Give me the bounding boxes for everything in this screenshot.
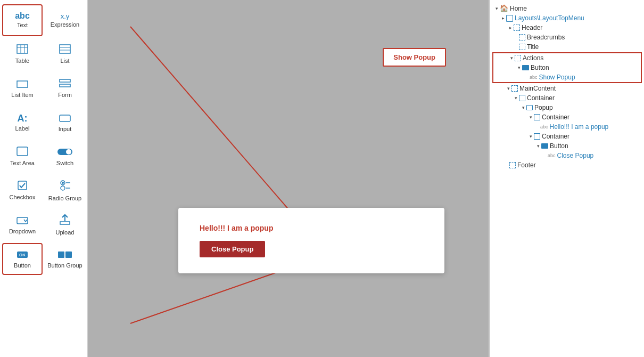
hello-abc-icon: abc bbox=[540, 124, 548, 129]
widget-table[interactable]: Table bbox=[2, 38, 43, 70]
widget-button-label: Button bbox=[14, 262, 31, 269]
widget-dropdown[interactable]: Dropdown bbox=[2, 209, 43, 241]
widget-table-label: Table bbox=[15, 58, 29, 64]
tree-show-popup-label: Show Popup bbox=[539, 74, 575, 81]
widget-checkbox[interactable]: Checkbox bbox=[2, 175, 43, 207]
svg-rect-11 bbox=[17, 147, 28, 156]
input-icon bbox=[59, 112, 71, 125]
text-icon: abc bbox=[15, 11, 30, 21]
popup-container: Hello!!! I am a popup Close Popup bbox=[178, 208, 444, 273]
tree-actions[interactable]: ▾ Actions bbox=[493, 53, 641, 63]
tree-main-content-arrow: ▾ bbox=[505, 86, 511, 91]
svg-rect-4 bbox=[60, 45, 70, 53]
widget-list[interactable]: List bbox=[45, 38, 85, 70]
tree-layouts[interactable]: ▸ Layouts\LayoutTopMenu bbox=[490, 13, 644, 23]
widget-button[interactable]: OK Button bbox=[2, 243, 43, 275]
tree-button-close-arrow: ▾ bbox=[535, 143, 541, 149]
widget-list-item[interactable]: List Item bbox=[2, 72, 43, 104]
container2-icon bbox=[534, 114, 540, 120]
show-popup-abc-icon: abc bbox=[530, 75, 538, 80]
tree-actions-arrow: ▾ bbox=[508, 55, 515, 61]
widget-label[interactable]: A: Label bbox=[2, 107, 43, 139]
widget-text-label: Text bbox=[17, 22, 28, 29]
tree-breadcrumbs[interactable]: Breadcrumbs bbox=[490, 33, 644, 42]
tree-header-label: Header bbox=[522, 24, 542, 31]
tree-button-close[interactable]: ▾ Button bbox=[490, 141, 644, 151]
widget-radio-group[interactable]: Radio Group bbox=[45, 175, 85, 207]
widget-expression[interactable]: x.y Expression bbox=[45, 4, 85, 36]
widget-upload[interactable]: Upload bbox=[45, 209, 85, 241]
tree-header-arrow: ▸ bbox=[507, 25, 514, 30]
switch-icon bbox=[57, 147, 72, 159]
widget-form-label: Form bbox=[58, 92, 72, 99]
home-icon: 🏠 bbox=[500, 4, 508, 12]
button-close-icon bbox=[541, 143, 548, 149]
svg-point-16 bbox=[62, 182, 64, 184]
tree-container3[interactable]: ▾ Container bbox=[490, 132, 644, 141]
widget-switch[interactable]: Switch bbox=[45, 141, 85, 173]
show-popup-button[interactable]: Show Popup bbox=[383, 48, 446, 67]
header-icon bbox=[514, 25, 520, 31]
tree-hello-text[interactable]: abc Hello!!! I am a popup bbox=[490, 122, 644, 132]
tree-popup[interactable]: ▾ Popup bbox=[490, 103, 644, 112]
tree-container3-arrow: ▾ bbox=[527, 134, 534, 139]
widget-textarea[interactable]: Text Area bbox=[2, 141, 43, 173]
tree-container3-label: Container bbox=[542, 133, 569, 140]
title-icon bbox=[519, 44, 525, 50]
tree-panel: ▾ 🏠 Home ▸ Layouts\LayoutTopMenu ▸ Heade… bbox=[490, 0, 644, 357]
svg-rect-9 bbox=[60, 84, 70, 87]
tree-hello-text-label: Hello!!! I am a popup bbox=[550, 123, 609, 131]
tree-container2-arrow: ▾ bbox=[527, 115, 534, 120]
radio-group-icon bbox=[59, 180, 71, 194]
svg-rect-7 bbox=[17, 81, 28, 87]
svg-rect-0 bbox=[17, 45, 28, 53]
widget-text[interactable]: abc Text bbox=[2, 4, 43, 36]
svg-rect-21 bbox=[60, 222, 70, 224]
widget-textarea-label: Text Area bbox=[10, 160, 35, 167]
tree-close-popup-label: Close Popup bbox=[557, 152, 594, 159]
widget-radio-group-label: Radio Group bbox=[48, 195, 81, 202]
tree-header[interactable]: ▸ Header bbox=[490, 23, 644, 33]
upload-icon bbox=[59, 214, 71, 228]
label-icon: A: bbox=[18, 113, 28, 124]
expression-icon: x.y bbox=[61, 12, 70, 20]
canvas-area: Show Popup Hello!!! I am a popup Close P… bbox=[88, 0, 489, 357]
tree-footer[interactable]: Footer bbox=[490, 160, 644, 170]
widget-grid: abc Text x.y Expression Table List List … bbox=[2, 4, 85, 275]
tree-actions-label: Actions bbox=[523, 54, 543, 62]
tree-button-actions-arrow: ▾ bbox=[516, 65, 522, 70]
widget-expression-label: Expression bbox=[51, 21, 79, 28]
widget-upload-label: Upload bbox=[56, 229, 75, 236]
main-content-icon bbox=[511, 85, 518, 92]
button-group-icon bbox=[57, 249, 72, 261]
tree-title-label: Title bbox=[527, 43, 539, 51]
widget-list-label: List bbox=[60, 58, 69, 64]
button-icon: OK bbox=[16, 249, 28, 261]
tree-title[interactable]: Title bbox=[490, 42, 644, 52]
tree-container2[interactable]: ▾ Container bbox=[490, 112, 644, 122]
tree-layouts-label: Layouts\LayoutTopMenu bbox=[515, 14, 584, 22]
svg-rect-25 bbox=[65, 251, 72, 258]
footer-icon bbox=[509, 162, 516, 168]
tree-breadcrumbs-label: Breadcrumbs bbox=[527, 34, 565, 41]
tree-home-label: Home bbox=[510, 5, 527, 12]
tree-button-actions[interactable]: ▾ Button bbox=[493, 63, 641, 72]
tree-container1[interactable]: ▾ Container bbox=[490, 93, 644, 103]
tree-close-popup-text[interactable]: abc Close Popup bbox=[490, 151, 644, 160]
widget-input[interactable]: Input bbox=[45, 107, 85, 139]
svg-rect-8 bbox=[60, 79, 70, 82]
layouts-icon bbox=[506, 15, 513, 22]
tree-button-close-label: Button bbox=[550, 142, 568, 150]
tree-layouts-arrow: ▸ bbox=[500, 15, 506, 21]
breadcrumbs-icon bbox=[519, 34, 525, 40]
button-actions-icon bbox=[522, 65, 529, 70]
svg-rect-24 bbox=[58, 251, 64, 258]
widget-dropdown-label: Dropdown bbox=[9, 228, 36, 235]
close-popup-button[interactable]: Close Popup bbox=[200, 241, 265, 257]
widget-button-group[interactable]: Button Group bbox=[45, 243, 85, 275]
tree-main-content[interactable]: ▾ MainContent bbox=[490, 84, 644, 93]
widget-form[interactable]: Form bbox=[45, 72, 85, 104]
tree-popup-label: Popup bbox=[534, 104, 553, 111]
tree-home[interactable]: ▾ 🏠 Home bbox=[490, 3, 644, 13]
tree-show-popup-text[interactable]: abc Show Popup bbox=[493, 72, 641, 82]
